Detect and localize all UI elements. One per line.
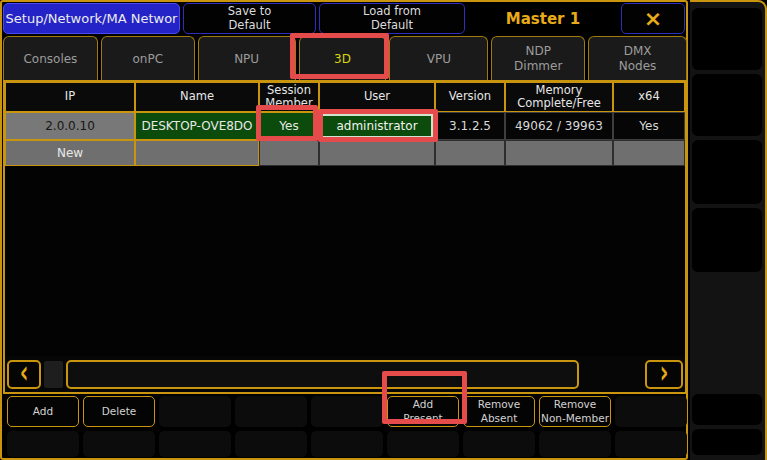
chevron-right-icon: › [660,354,669,390]
tab-consoles[interactable]: Consoles [3,36,98,81]
annotation-box-add-present-button [382,371,467,424]
toolbar-empty-cell[interactable] [83,431,155,457]
cell-name[interactable]: DESKTOP-OVE8DO [135,112,259,140]
annotation-box-3d-tab [290,33,389,79]
toolbar-row-1: Add Delete Add Present Remove Absent Rem… [7,396,687,427]
view-cell[interactable] [692,394,762,425]
title-bar: Setup/Network/MA Networ Save to Default … [3,3,685,34]
header-name[interactable]: Name [135,82,259,112]
header-memory[interactable]: Memory Complete/Free [505,82,613,112]
toolbar-empty-cell[interactable] [539,431,611,457]
window-title[interactable]: Setup/Network/MA Networ [3,3,180,34]
cell-x64-empty[interactable] [613,140,685,166]
annotation-box-session-member-yes [256,105,318,141]
table-row-new: New [5,140,685,166]
tab-ndp-dimmer[interactable]: NDP Dimmer [491,36,585,81]
toolbar-empty-cell[interactable] [311,396,383,427]
table-header-row: IP Name Session Member User Version Memo… [5,82,685,112]
header-ip[interactable]: IP [5,82,135,112]
cell-user-empty[interactable] [319,140,435,166]
view-cell[interactable] [692,429,762,455]
toolbar-row-2 [7,431,687,457]
remove-absent-button[interactable]: Remove Absent [463,396,535,427]
header-x64[interactable]: x64 [613,82,685,112]
cell-memory[interactable]: 49062 / 39963 [505,112,613,140]
add-button[interactable]: Add [7,396,79,427]
load-from-default-button[interactable]: Load from Default [319,3,465,34]
toolbar-empty-cell[interactable] [387,431,459,457]
toolbar-empty-cell[interactable] [615,396,687,427]
tab-npu[interactable]: NPU [198,36,296,81]
save-to-default-button[interactable]: Save to Default [183,3,316,34]
close-icon: × [644,6,662,31]
toolbar-empty-cell[interactable] [463,431,535,457]
tab-dmx-nodes[interactable]: DMX Nodes [588,36,687,81]
right-view-strip [690,0,767,460]
cell-version-empty[interactable] [435,140,505,166]
header-user[interactable]: User [319,82,435,112]
toolbar-empty-cell[interactable] [159,396,231,427]
header-version[interactable]: Version [435,82,505,112]
chevron-left-icon: ‹ [20,354,29,390]
toolbar-empty-cell[interactable] [159,431,231,457]
toolbar-empty-cell[interactable] [615,431,687,457]
view-cell[interactable] [692,140,762,204]
horizontal-scrollbar: ‹ › [5,356,685,392]
scrollbar-thumb[interactable] [66,360,579,389]
toolbar-empty-cell[interactable] [235,396,307,427]
toolbar-empty-cell[interactable] [235,431,307,457]
remove-non-member-button[interactable]: Remove Non-Member [539,396,611,427]
view-cell[interactable] [692,208,762,272]
toolbar-empty-cell[interactable] [311,431,383,457]
annotation-box-user-administrator [318,109,438,142]
scrollbar-track-segment[interactable] [44,361,63,388]
tab-vpu[interactable]: VPU [389,36,488,81]
cell-new[interactable]: New [5,140,135,166]
view-cell[interactable] [692,74,762,136]
scroll-right-button[interactable]: › [645,360,683,389]
cell-ip[interactable]: 2.0.0.10 [5,112,135,140]
close-button[interactable]: × [621,3,685,34]
cell-session-member-empty[interactable] [259,140,319,166]
delete-button[interactable]: Delete [83,396,155,427]
toolbar-empty-cell[interactable] [7,431,79,457]
view-cell[interactable] [692,8,762,70]
cell-memory-empty[interactable] [505,140,613,166]
cell-version[interactable]: 3.1.2.5 [435,112,505,140]
tab-onpc[interactable]: onPC [101,36,195,81]
master-session-label: Master 1 [468,3,618,34]
cell-name-empty[interactable] [135,140,259,166]
cell-x64[interactable]: Yes [613,112,685,140]
scroll-left-button[interactable]: ‹ [7,360,41,389]
